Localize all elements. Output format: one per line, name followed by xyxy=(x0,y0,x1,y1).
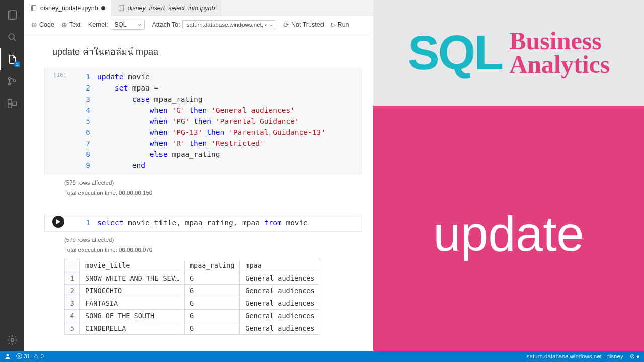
code-cell-2[interactable]: 1select movie_title, mpaa_rating, mpaa f… xyxy=(33,214,362,232)
activity-bar: 1 xyxy=(0,0,24,362)
svg-rect-1 xyxy=(10,11,16,19)
table-row[interactable]: 2PINOCCHIOGGeneral audiences xyxy=(65,285,320,297)
rows-affected: (579 rows affected) xyxy=(64,237,373,243)
status-bar: ⓧ 31 ⚠ 0 saturn.database.windows.net : d… xyxy=(0,351,644,362)
sql-logo-text: SQL xyxy=(408,34,502,72)
kernel-select[interactable]: SQL xyxy=(110,20,145,30)
attach-select[interactable]: saturn.database.windows.net, ‹ xyxy=(182,20,276,29)
svg-rect-11 xyxy=(31,5,36,11)
tab-active[interactable]: disney_update.ipynb xyxy=(24,0,112,16)
slide-keyword: update xyxy=(433,206,584,262)
notebook-icon xyxy=(30,5,37,12)
execution-time: Total execution time: 00:00:00.070 xyxy=(64,247,373,253)
code-content[interactable]: 1update movie 2 set mpaa = 3 case mpaa_r… xyxy=(46,71,357,171)
svg-point-10 xyxy=(11,338,14,341)
svg-point-2 xyxy=(9,34,14,39)
markdown-heading: update ค่าในคอลัมน์ mpaa xyxy=(52,44,373,59)
problems-indicator[interactable]: ⓧ 31 ⚠ 0 xyxy=(16,353,44,360)
git-icon[interactable] xyxy=(0,70,24,93)
extensions-icon[interactable] xyxy=(0,93,24,115)
search-icon[interactable] xyxy=(0,26,24,48)
explorer-icon[interactable] xyxy=(0,4,24,26)
connection-status[interactable]: saturn.database.windows.net : disney xyxy=(527,353,623,359)
remote-indicator-icon[interactable] xyxy=(4,353,11,360)
tab-bar: disney_update.ipynb disney_insert_select… xyxy=(24,0,373,16)
svg-point-4 xyxy=(8,77,10,79)
svg-rect-8 xyxy=(8,104,12,108)
run-cell-button[interactable] xyxy=(52,216,64,228)
editor-area: disney_update.ipynb disney_insert_select… xyxy=(24,0,373,362)
svg-point-5 xyxy=(8,83,10,85)
badge: 1 xyxy=(14,61,20,67)
refresh-icon xyxy=(283,21,289,29)
code-cell-1[interactable]: [16] 1update movie 2 set mpaa = 3 case m… xyxy=(33,68,362,174)
notebook-toolbar: Code Text Kernel: SQL Attach To: saturn.… xyxy=(24,16,373,33)
trust-button[interactable]: Not Trusted xyxy=(283,21,324,29)
error-icon: ⓧ xyxy=(16,353,22,359)
kernel-selector[interactable]: Kernel: SQL xyxy=(88,20,145,30)
editor-body: update ค่าในคอลัมน์ mpaa [16] 1update mo… xyxy=(24,33,373,362)
code-content[interactable]: 1select movie_title, mpaa_rating, mpaa f… xyxy=(46,217,357,228)
svg-point-15 xyxy=(7,354,9,356)
notebook-icon xyxy=(118,5,125,12)
result-table: movie_titlempaa_ratingmpaa 1SNOW WHITE A… xyxy=(64,259,320,335)
business-analytics-text: Business Analytics xyxy=(509,29,610,77)
slide-header: SQL Business Analytics xyxy=(373,0,644,106)
svg-line-3 xyxy=(14,39,16,41)
rows-affected: (579 rows affected) xyxy=(64,179,373,186)
svg-rect-7 xyxy=(8,100,12,103)
tab-label: disney_update.ipynb xyxy=(40,5,98,12)
column-header[interactable]: mpaa_rating xyxy=(184,259,239,272)
play-icon xyxy=(331,21,336,28)
svg-rect-13 xyxy=(119,5,123,11)
table-row[interactable]: 5CINDERELLAGGeneral audiences xyxy=(65,322,320,335)
slide-overlay: SQL Business Analytics update xyxy=(373,0,644,362)
table-row[interactable]: 4SONG OF THE SOUTHGGeneral audiences xyxy=(65,310,320,322)
run-button[interactable]: Run xyxy=(331,21,349,28)
execution-count: [16] xyxy=(53,72,67,78)
tab-label: disney_insert_select_into.ipynb xyxy=(128,5,215,12)
table-row[interactable]: 3FANTASIAGGeneral audiences xyxy=(65,297,320,310)
add-text-button[interactable]: Text xyxy=(61,21,81,29)
execution-time: Total execution time: 00:00:00.150 xyxy=(64,190,373,196)
dirty-indicator-icon xyxy=(101,6,105,10)
tab-inactive[interactable]: disney_insert_select_into.ipynb xyxy=(112,0,222,16)
attach-selector[interactable]: Attach To: saturn.database.windows.net, … xyxy=(152,20,276,29)
slide-body: update xyxy=(373,106,644,362)
column-header[interactable]: movie_title xyxy=(80,259,185,272)
column-header[interactable]: mpaa xyxy=(240,259,320,272)
play-icon xyxy=(56,219,61,224)
table-row[interactable]: 1SNOW WHITE AND THE SEV…GGeneral audienc… xyxy=(65,272,320,285)
warning-icon: ⚠ xyxy=(33,353,39,359)
add-code-button[interactable]: Code xyxy=(31,21,54,29)
plus-icon xyxy=(31,21,37,29)
source-control-icon[interactable]: 1 xyxy=(0,48,24,70)
settings-gear-icon[interactable] xyxy=(0,329,24,351)
plus-icon xyxy=(61,21,67,29)
svg-rect-9 xyxy=(13,102,16,105)
